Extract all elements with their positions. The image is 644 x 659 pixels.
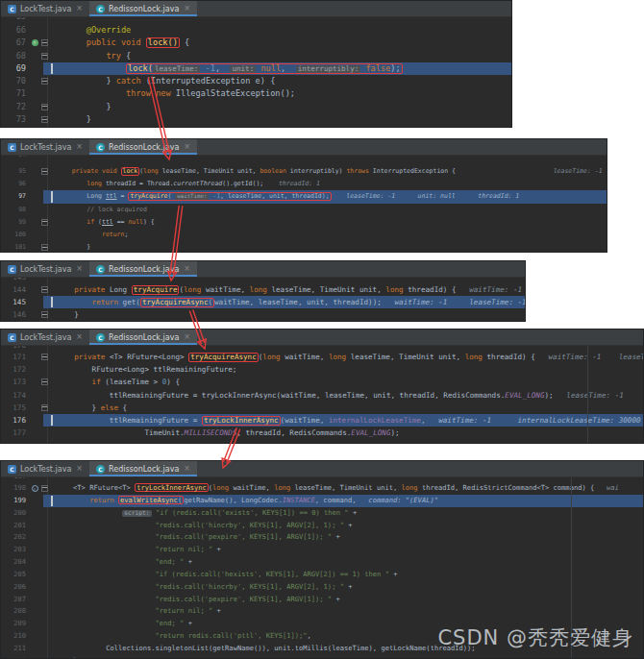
fold-marker-icon[interactable] [40, 104, 49, 110]
line-number[interactable]: 207 [1, 594, 29, 606]
code-line[interactable]: 98 // lock acquired [1, 204, 607, 216]
line-number[interactable]: 203 [1, 544, 29, 556]
code-line[interactable]: 171 private <T> RFuture<Long> tryAcquire… [1, 351, 643, 363]
override-method-gutter-icon[interactable]: ↑ [29, 485, 40, 492]
line-number[interactable]: 68 [1, 50, 29, 62]
tab-close-icon[interactable]: × [184, 465, 190, 473]
code-line[interactable]: 208 "return nil; " + [1, 605, 643, 618]
line-number[interactable]: 199 [1, 495, 29, 507]
fold-marker-icon[interactable] [40, 485, 49, 492]
code-line[interactable]: 73 } [1, 113, 511, 126]
line-number[interactable]: 101 [1, 241, 29, 253]
overridden-method-gutter-icon[interactable]: ↑ [29, 39, 40, 46]
code-line[interactable]: 212 } [1, 655, 643, 659]
tab-locktest-java[interactable]: CLockTest.java× [1, 461, 89, 476]
line-number[interactable]: 205 [1, 569, 29, 581]
code-line[interactable]: 96 long threadId = Thread.currentThread(… [1, 178, 607, 190]
code-line[interactable]: 100 return; [1, 229, 607, 241]
line-number[interactable]: 96 [1, 178, 29, 190]
line-number[interactable]: 198 [1, 482, 29, 495]
tab-locktest-java[interactable]: CLockTest.java× [1, 330, 89, 345]
line-number[interactable]: 204 [1, 556, 29, 569]
code-line[interactable]: 200 script: "if (redis.call('exists', KE… [1, 507, 643, 520]
line-number[interactable]: 145 [1, 296, 29, 308]
tab-close-icon[interactable]: × [76, 265, 83, 273]
fold-marker-icon[interactable] [40, 286, 49, 293]
tab-close-icon[interactable]: × [184, 265, 190, 273]
fold-marker-icon[interactable] [40, 116, 49, 123]
line-number[interactable]: 73 [1, 113, 29, 126]
code-line[interactable]: 205 "if (redis.call('hexists', KEYS[1], … [1, 569, 643, 581]
tab-redissonlock-java[interactable]: CRedissonLock.java× [89, 261, 197, 277]
fold-marker-icon[interactable] [40, 39, 49, 46]
code-line[interactable]: 72 } [1, 101, 511, 113]
line-number[interactable]: 69 [1, 62, 29, 75]
code-line[interactable]: 145 return get(tryAcquireAsync(waitTime,… [1, 296, 525, 308]
line-number[interactable]: 172 [1, 363, 29, 376]
line-number[interactable]: 202 [1, 531, 29, 544]
code-line[interactable]: 97 Long ttl = tryAcquire( waitTime: -1, … [1, 190, 607, 203]
code-line[interactable]: 146 } [1, 308, 525, 321]
tab-locktest-java[interactable]: CLockTest.java× [1, 261, 89, 277]
code-line[interactable]: 144 private Long tryAcquire(long waitTim… [1, 283, 525, 296]
line-number[interactable]: 144 [1, 283, 29, 296]
line-number[interactable]: 70 [1, 75, 29, 87]
code-line[interactable]: 203 "return nil; " + [1, 544, 643, 556]
code-line[interactable]: 202 "redis.call('pexpire', KEYS[1], ARGV… [1, 531, 643, 544]
line-number[interactable]: 211 [1, 643, 29, 655]
tab-close-icon[interactable]: × [184, 143, 190, 151]
line-number[interactable]: 206 [1, 581, 29, 594]
line-number[interactable]: 97 [1, 190, 29, 203]
tab-redissonlock-java[interactable]: CRedissonLock.java× [89, 1, 197, 16]
tab-redissonlock-java[interactable]: CRedissonLock.java× [89, 330, 197, 345]
code-line[interactable]: 66 @Override [1, 24, 511, 37]
line-number[interactable]: 94 [1, 156, 29, 161]
code-line[interactable]: 201 "redis.call('hincrby', KEYS[1], ARGV… [1, 520, 643, 532]
code-line[interactable]: 174 ttlRemainingFuture = tryLockInnerAsy… [1, 389, 643, 402]
tab-redissonlock-java[interactable]: CRedissonLock.java× [89, 139, 197, 155]
line-number[interactable]: 201 [1, 520, 29, 532]
tab-close-icon[interactable]: × [76, 333, 83, 341]
line-number[interactable]: 100 [1, 229, 29, 241]
code-line[interactable]: 204 "end; " + [1, 556, 643, 569]
line-number[interactable]: 67 [1, 37, 29, 49]
tab-close-icon[interactable]: × [76, 5, 83, 12]
code-line[interactable]: 198↑ <T> RFuture<T> tryLockInnerAsync(lo… [1, 482, 643, 495]
code-line[interactable]: 173 if (leaseTime > 0) { [1, 376, 643, 388]
line-number[interactable]: 177 [1, 427, 29, 439]
fold-marker-icon[interactable] [40, 219, 49, 226]
code-line[interactable]: 206 "redis.call('hincrby', KEYS[1], ARGV… [1, 581, 643, 594]
fold-marker-icon[interactable] [40, 354, 49, 360]
code-line[interactable]: 199 return evalWriteAsync(getRawName(), … [1, 495, 643, 507]
line-number[interactable]: 171 [1, 351, 29, 363]
line-number[interactable]: 71 [1, 87, 29, 100]
code-line[interactable]: 177 TimeUnit.MILLISECONDS, threadId, Red… [1, 427, 643, 439]
fold-marker-icon[interactable] [40, 404, 49, 411]
line-number[interactable]: 209 [1, 618, 29, 630]
line-number[interactable]: 72 [1, 101, 29, 113]
line-number[interactable]: 176 [1, 414, 29, 427]
code-line[interactable]: 67↑ public void lock() { [1, 37, 511, 49]
code-line[interactable]: 99 if (ttl == null) { [1, 216, 607, 229]
tab-close-icon[interactable]: × [76, 143, 83, 151]
line-number[interactable]: 175 [1, 402, 29, 414]
fold-marker-icon[interactable] [40, 78, 49, 85]
line-number[interactable]: 66 [1, 24, 29, 37]
code-line[interactable]: 71 throw new IllegalStateException(); [1, 87, 511, 100]
fold-marker-icon[interactable] [40, 53, 49, 60]
line-number[interactable]: 212 [1, 655, 29, 659]
line-number[interactable]: 200 [1, 507, 29, 520]
code-line[interactable]: 176 ttlRemainingFuture = tryLockInnerAsy… [1, 414, 643, 427]
code-line[interactable]: 68 try { [1, 50, 511, 62]
fold-marker-icon[interactable] [40, 378, 49, 385]
code-line[interactable]: 95 private void lock(long leaseTime, Tim… [1, 165, 607, 178]
fold-marker-icon[interactable] [40, 244, 49, 251]
line-number[interactable]: 98 [1, 204, 29, 216]
line-number[interactable]: 95 [1, 165, 29, 178]
tab-locktest-java[interactable]: CLockTest.java× [1, 1, 89, 16]
line-number[interactable]: 210 [1, 630, 29, 643]
line-number[interactable]: 208 [1, 605, 29, 618]
line-number[interactable]: 173 [1, 376, 29, 388]
fold-marker-icon[interactable] [40, 168, 49, 175]
code-line[interactable]: 101 } [1, 241, 607, 253]
